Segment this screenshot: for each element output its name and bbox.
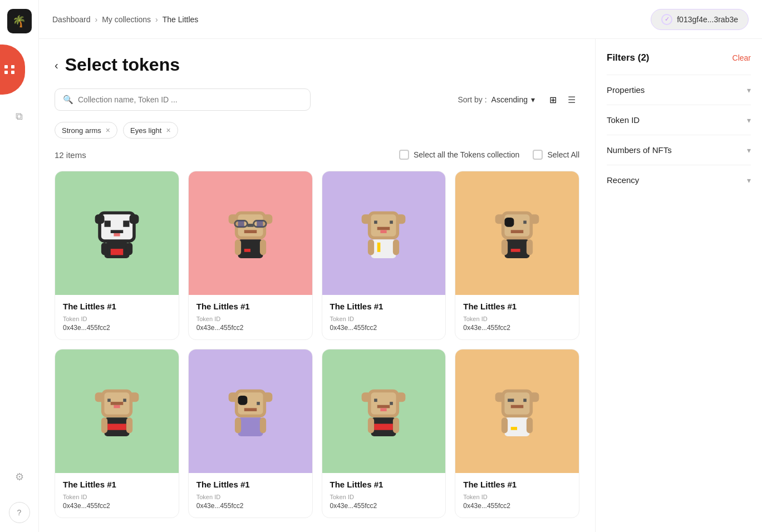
help-icon[interactable]: ?	[9, 502, 30, 523]
nft-card-6[interactable]: The Littles #1 Token ID 0x43e...455fcc2	[188, 349, 313, 518]
select-all-option[interactable]: Select All	[533, 150, 579, 160]
copy-icon[interactable]: ⧉	[9, 106, 30, 127]
filter-section-properties[interactable]: Properties ▾	[607, 75, 751, 105]
svg-rect-92	[505, 392, 530, 414]
svg-rect-11	[101, 243, 107, 255]
breadcrumb-the-littles: The Littles	[163, 15, 199, 24]
svg-rect-57	[107, 398, 111, 402]
view-icons: ⊞ ☰	[545, 92, 579, 107]
svg-rect-4	[104, 220, 110, 226]
filter-section-token-id[interactable]: Token ID ▾	[607, 105, 751, 135]
search-icon: 🔍	[63, 95, 73, 105]
select-all-collection-option[interactable]: Select all the Tokens collection	[399, 150, 519, 160]
svg-rect-99	[502, 417, 508, 433]
nft-card-1[interactable]: The Littles #1 Token ID 0x43e...455fcc2	[55, 171, 179, 340]
svg-rect-37	[375, 243, 394, 255]
filter-token-id-label: Token ID	[607, 115, 640, 125]
content-area: ‹ Select tokens 🔍 Sort by : Ascending ▾ …	[39, 39, 595, 532]
sort-value: Ascending	[491, 95, 528, 104]
settings-icon[interactable]: ⚙	[9, 466, 30, 487]
svg-rect-81	[375, 398, 378, 402]
breadcrumb-dashboard[interactable]: Dashboard	[52, 15, 91, 24]
filter-section-recency[interactable]: Recency ▾	[607, 165, 751, 195]
chevron-down-icon: ▾	[747, 146, 751, 155]
svg-rect-58	[123, 398, 126, 402]
nft-label-2: Token ID	[196, 316, 304, 322]
svg-rect-82	[390, 402, 394, 405]
nft-name-8: The Littles #1	[463, 480, 571, 489]
filter-recency-label: Recency	[607, 175, 639, 185]
nft-label-7: Token ID	[330, 494, 438, 500]
nft-info-7: The Littles #1 Token ID 0x43e...455fcc2	[322, 473, 446, 518]
search-box[interactable]: 🔍	[55, 88, 311, 111]
nft-card-7[interactable]: The Littles #1 Token ID 0x43e...455fcc2	[322, 349, 446, 518]
nft-card-8[interactable]: The Littles #1 Token ID 0x43e...455fcc2	[455, 349, 579, 518]
nft-image-6	[189, 349, 312, 473]
nft-id-8: 0x43e...455fcc2	[463, 502, 571, 510]
sort-chevron-icon: ▾	[531, 95, 535, 104]
back-button[interactable]: ‹	[55, 60, 58, 71]
svg-rect-71	[257, 402, 260, 405]
filter-properties-label: Properties	[607, 85, 645, 95]
nft-image-5	[55, 349, 179, 473]
grid-view-icon[interactable]: ⊞	[545, 92, 561, 107]
remove-eyes-light-icon[interactable]: ×	[166, 126, 170, 135]
nft-name-7: The Littles #1	[330, 480, 438, 489]
svg-rect-25	[244, 249, 250, 252]
nft-card-2[interactable]: The Littles #1 Token ID 0x43e...455fcc2	[188, 171, 313, 340]
wallet-check-icon: ✓	[661, 14, 672, 25]
chevron-down-icon: ▾	[747, 176, 751, 185]
svg-rect-51	[502, 239, 508, 255]
svg-rect-70	[238, 396, 247, 405]
breadcrumb-my-collections[interactable]: My collections	[102, 15, 151, 24]
list-view-icon[interactable]: ☰	[564, 92, 579, 107]
items-row: 12 items Select all the Tokens collectio…	[55, 150, 579, 160]
svg-rect-27	[260, 239, 266, 255]
nft-grid: The Littles #1 Token ID 0x43e...455fcc2	[55, 171, 579, 518]
select-all-collection-checkbox[interactable]	[399, 150, 409, 160]
sidebar: 🌴 ⧉ ⚙ ?	[0, 0, 39, 532]
filter-tag-eyes-light[interactable]: Eyes light ×	[123, 122, 178, 139]
toolbar: 🔍 Sort by : Ascending ▾ ⊞ ☰	[55, 88, 579, 111]
nft-label-1: Token ID	[63, 316, 171, 322]
search-input[interactable]	[78, 95, 302, 104]
nft-label-8: Token ID	[463, 494, 571, 500]
nft-info-5: The Littles #1 Token ID 0x43e...455fcc2	[55, 473, 179, 518]
nft-info-8: The Littles #1 Token ID 0x43e...455fcc2	[455, 473, 579, 518]
select-all-checkbox[interactable]	[533, 150, 543, 160]
nft-id-6: 0x43e...455fcc2	[196, 502, 304, 510]
nft-label-6: Token ID	[196, 494, 304, 500]
filters-title: Filters (2)	[607, 52, 650, 63]
sort-select[interactable]: Ascending ▾	[491, 95, 535, 104]
nft-name-3: The Littles #1	[330, 302, 438, 311]
remove-strong-arms-icon[interactable]: ×	[106, 126, 110, 135]
svg-rect-98	[511, 427, 517, 430]
nft-name-4: The Littles #1	[463, 302, 571, 311]
clear-filters-button[interactable]: Clear	[732, 53, 751, 62]
app-logo[interactable]: 🌴	[7, 9, 32, 33]
filter-section-numbers-of-nfts[interactable]: Numbers of NFTs ▾	[607, 135, 751, 165]
nft-info-3: The Littles #1 Token ID 0x43e...455fcc2	[322, 295, 446, 339]
svg-rect-5	[123, 220, 129, 226]
wallet-button[interactable]: ✓ f013gf4e...3rab3e	[651, 9, 749, 30]
svg-rect-3	[129, 214, 139, 224]
svg-rect-59	[114, 405, 120, 408]
nft-id-1: 0x43e...455fcc2	[63, 324, 171, 332]
nft-card-4[interactable]: The Littles #1 Token ID 0x43e...455fcc2	[455, 171, 579, 340]
nft-card-5[interactable]: The Littles #1 Token ID 0x43e...455fcc2	[55, 349, 179, 518]
svg-rect-84	[381, 408, 387, 411]
svg-rect-95	[511, 405, 524, 408]
svg-rect-100	[527, 417, 533, 433]
svg-rect-72	[244, 408, 257, 411]
filter-numbers-label: Numbers of NFTs	[607, 145, 672, 155]
svg-rect-64	[101, 417, 107, 433]
select-controls: Select all the Tokens collection Select …	[399, 150, 579, 160]
active-indicator	[0, 45, 25, 95]
nft-name-6: The Littles #1	[196, 480, 304, 489]
svg-rect-40	[393, 239, 399, 255]
nft-image-3	[322, 171, 446, 295]
svg-rect-7	[114, 233, 120, 237]
nft-card-3[interactable]: The Littles #1 Token ID 0x43e...455fcc2	[322, 171, 446, 340]
svg-rect-33	[390, 220, 394, 224]
filter-tag-strong-arms[interactable]: Strong arms ×	[55, 122, 117, 139]
